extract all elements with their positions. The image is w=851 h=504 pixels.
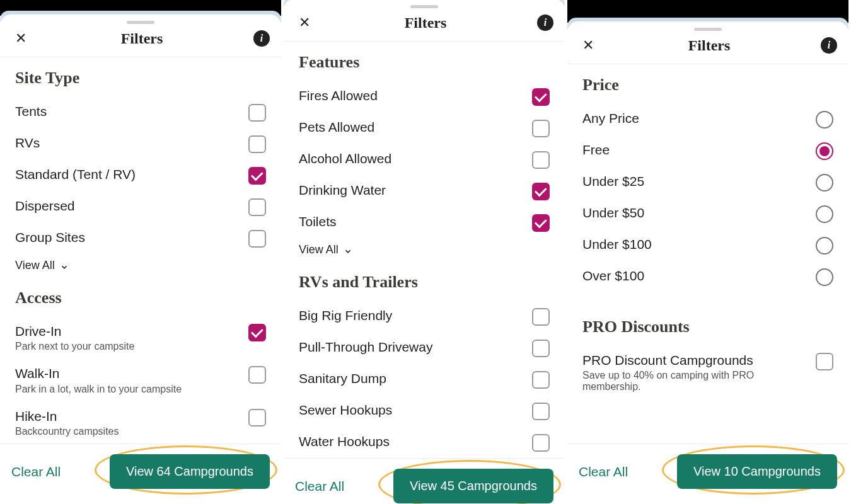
chevron-down-icon — [60, 261, 69, 270]
option-free[interactable]: Free — [582, 135, 833, 166]
radio[interactable] — [816, 111, 833, 129]
option-label: Pets Allowed — [299, 118, 524, 135]
option-label: Any Price — [582, 110, 808, 127]
checkbox[interactable] — [248, 366, 266, 384]
info-icon[interactable]: i — [253, 30, 270, 47]
option-pro-discount[interactable]: PRO Discount Campgrounds Save up to 40% … — [582, 345, 833, 399]
option-water[interactable]: Drinking Water — [299, 175, 550, 207]
filter-sheet: ✕ Filters i Price Any Price Free Under $… — [567, 21, 848, 504]
clear-all-button[interactable]: Clear All — [295, 479, 344, 494]
map-preview — [567, 0, 848, 23]
option-sublabel: Backcountry campsites — [15, 426, 241, 437]
option-label: Walk-In — [15, 365, 241, 382]
checkbox[interactable] — [532, 308, 550, 326]
option-fires[interactable]: Fires Allowed — [299, 81, 550, 112]
option-any-price[interactable]: Any Price — [582, 103, 833, 135]
checkbox[interactable] — [248, 230, 266, 248]
option-over-100[interactable]: Over $100 — [582, 261, 833, 292]
option-label: Pull-Through Driveway — [299, 338, 524, 355]
option-sublabel: Park next to your campsite — [15, 341, 241, 352]
option-tents[interactable]: Tents — [15, 96, 266, 128]
filter-sheet: ✕ Filters i Features Fires Allowed Pets … — [284, 0, 565, 504]
option-label: Sewer Hookups — [299, 401, 524, 418]
option-label: Standard (Tent / RV) — [15, 166, 241, 183]
checkbox[interactable] — [248, 324, 266, 341]
checkbox[interactable] — [532, 151, 550, 169]
option-rvs[interactable]: RVs — [15, 128, 266, 159]
sheet-header: ✕ Filters i — [0, 24, 281, 57]
checkbox[interactable] — [248, 104, 266, 122]
checkbox[interactable] — [248, 409, 266, 427]
option-pull-through[interactable]: Pull-Through Driveway — [299, 332, 550, 364]
radio[interactable] — [816, 237, 833, 255]
sheet-footer: Clear All View 64 Campgrounds — [0, 444, 281, 504]
option-water-hookups[interactable]: Water Hookups — [299, 427, 550, 458]
option-under-100[interactable]: Under $100 — [582, 229, 833, 261]
option-drive-in[interactable]: Drive-In Park next to your campsite — [15, 316, 266, 358]
checkbox[interactable] — [816, 353, 833, 370]
radio[interactable] — [816, 268, 833, 286]
option-under-25[interactable]: Under $25 — [582, 166, 833, 198]
option-dispersed[interactable]: Dispersed — [15, 191, 266, 222]
option-label: Water Hookups — [299, 433, 524, 450]
option-toilets[interactable]: Toilets — [299, 207, 550, 238]
info-icon[interactable]: i — [537, 14, 553, 31]
close-icon[interactable]: ✕ — [11, 29, 30, 48]
clear-all-button[interactable]: Clear All — [11, 464, 61, 479]
option-under-50[interactable]: Under $50 — [582, 198, 833, 229]
option-hike-in[interactable]: Hike-In Backcountry campsites — [15, 401, 266, 444]
view-results-button[interactable]: View 45 Campgrounds — [393, 469, 553, 503]
close-icon[interactable]: ✕ — [295, 13, 314, 32]
option-label: Free — [582, 141, 808, 158]
option-big-rig[interactable]: Big Rig Friendly — [299, 301, 550, 332]
view-all-label: View All — [15, 259, 55, 272]
checkbox[interactable] — [532, 403, 550, 420]
close-icon[interactable]: ✕ — [579, 36, 598, 55]
page-title: Filters — [121, 30, 163, 47]
checkbox[interactable] — [248, 135, 266, 153]
option-label: Under $50 — [582, 204, 808, 221]
option-label: Dispersed — [15, 197, 241, 214]
checkbox[interactable] — [532, 214, 550, 232]
option-label: Big Rig Friendly — [299, 307, 524, 324]
option-group-sites[interactable]: Group Sites — [15, 222, 266, 254]
option-sanitary-dump[interactable]: Sanitary Dump — [299, 364, 550, 395]
radio[interactable] — [816, 205, 833, 223]
clear-all-button[interactable]: Clear All — [579, 464, 628, 479]
sheet-footer: Clear All View 45 Campgrounds — [284, 458, 565, 504]
view-results-button[interactable]: View 10 Campgrounds — [677, 454, 837, 489]
option-label: Toilets — [299, 213, 524, 230]
option-sublabel: Save up to 40% on camping with PRO membe… — [582, 370, 808, 392]
option-label: Fires Allowed — [299, 87, 524, 104]
view-all-button[interactable]: View All — [299, 238, 550, 268]
filter-panel: ✕ Filters i Features Fires Allowed Pets … — [284, 0, 567, 504]
view-results-button[interactable]: View 64 Campgrounds — [110, 454, 270, 489]
checkbox[interactable] — [532, 183, 550, 200]
option-label: Drinking Water — [299, 181, 524, 198]
radio[interactable] — [816, 174, 833, 192]
checkbox[interactable] — [532, 340, 550, 357]
section-title-features: Features — [299, 53, 550, 72]
option-pets[interactable]: Pets Allowed — [299, 112, 550, 144]
sheet-footer: Clear All View 10 Campgrounds — [567, 444, 848, 504]
info-icon[interactable]: i — [821, 37, 837, 54]
option-walk-in[interactable]: Walk-In Park in a lot, walk in to your c… — [15, 358, 266, 401]
option-alcohol[interactable]: Alcohol Allowed — [299, 144, 550, 175]
option-standard[interactable]: Standard (Tent / RV) — [15, 159, 266, 191]
filter-content: Site Type Tents RVs Standard (Tent / RV)… — [0, 57, 281, 444]
checkbox[interactable] — [248, 167, 266, 185]
sheet-header: ✕ Filters i — [284, 8, 565, 42]
option-label: Drive-In — [15, 323, 241, 340]
checkbox[interactable] — [532, 120, 550, 137]
view-all-button[interactable]: View All — [15, 254, 266, 284]
checkbox[interactable] — [532, 88, 550, 106]
checkbox[interactable] — [532, 434, 550, 452]
radio[interactable] — [816, 142, 833, 160]
option-label: Group Sites — [15, 229, 241, 246]
section-title-rvs-trailers: RVs and Trailers — [299, 273, 550, 292]
option-sublabel: Park in a lot, walk in to your campsite — [15, 384, 241, 395]
option-label: Under $100 — [582, 236, 808, 253]
checkbox[interactable] — [532, 371, 550, 389]
checkbox[interactable] — [248, 198, 266, 216]
option-sewer[interactable]: Sewer Hookups — [299, 395, 550, 427]
